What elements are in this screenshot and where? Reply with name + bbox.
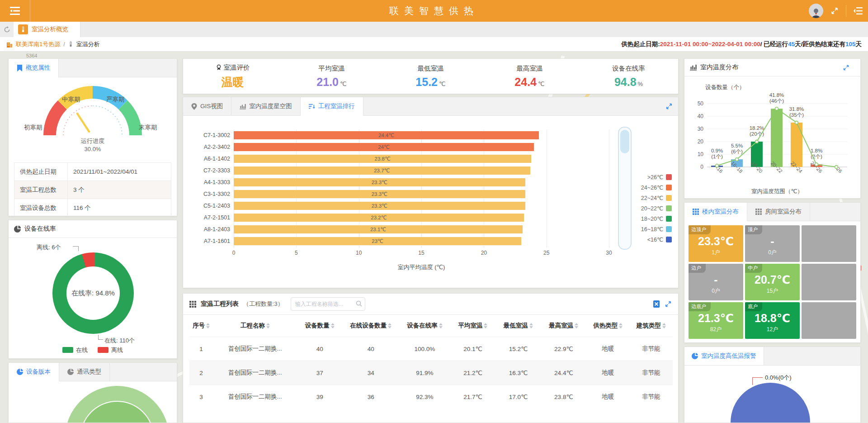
sort-caret-icon[interactable] xyxy=(484,323,487,328)
project-search-input[interactable] xyxy=(291,297,365,311)
alarm-pie-chart xyxy=(731,383,810,423)
sort-caret-icon[interactable] xyxy=(331,323,335,328)
axis-tick: 20 xyxy=(481,250,487,256)
tab-room-temp-overview[interactable]: 室温分析概览 xyxy=(14,22,80,37)
tab-label: 房间室温分布 xyxy=(765,208,802,216)
axis-tick: 5 xyxy=(295,250,298,256)
temp-bar: 23.3℃ xyxy=(234,190,525,198)
legend-label: 18~20℃ xyxy=(641,215,663,222)
column-header-最高室温[interactable]: 最高室温 xyxy=(541,315,586,337)
cell-count: 15户 xyxy=(767,287,778,295)
column-header-工程名称[interactable]: 工程名称 xyxy=(213,315,297,337)
tab-label: 设备版本 xyxy=(26,368,51,376)
project-name-link[interactable]: 首创国际一二期换... xyxy=(213,337,297,361)
sort-caret-icon[interactable] xyxy=(388,323,392,328)
bar-row: 23.2℃ xyxy=(234,212,609,223)
stat-平均室温: 平均室温21.0℃ xyxy=(282,64,381,89)
project-name-link[interactable]: 首创国际一二期换... xyxy=(213,361,297,385)
project-name-link[interactable]: 首创国际一二期换... xyxy=(213,385,297,409)
panel-toggle-icon[interactable] xyxy=(854,7,863,14)
page-tabstrip: 室温分析概览 xyxy=(0,22,868,38)
breadcrumb-source-link[interactable]: 联美浑南1号热源 xyxy=(16,40,60,48)
column-header-序号[interactable]: 序号 xyxy=(189,315,213,337)
legend-label: 24~26℃ xyxy=(641,184,663,191)
tab-temp-alarm[interactable]: 室内温度高低温报警 xyxy=(684,347,764,365)
tab-overview-props[interactable]: 概览属性 xyxy=(9,59,59,77)
tab-building-distribution[interactable]: 楼内室温分布 xyxy=(684,203,747,221)
tab-label: 室温分析概览 xyxy=(32,25,68,33)
refresh-icon xyxy=(4,26,10,33)
axis-tick: 0 xyxy=(232,250,236,256)
y-axis-label: 设备数量（个） xyxy=(705,84,745,90)
column-header-建筑类型[interactable]: 建筑类型 xyxy=(630,315,673,337)
svg-text:20: 20 xyxy=(698,138,704,145)
expand-icon[interactable] xyxy=(665,300,672,308)
table-cell: 100.0% xyxy=(399,337,450,361)
tab-GIS视图[interactable]: GIS视图 xyxy=(183,97,231,115)
column-header-在线设备数量[interactable]: 在线设备数量 xyxy=(343,315,400,337)
sort-caret-icon[interactable] xyxy=(439,323,443,328)
cell-temperature: 20.7℃ xyxy=(755,273,790,286)
overview-info-row: 室温工程总数3 个 xyxy=(14,181,171,199)
svg-text:(35个): (35个) xyxy=(789,112,804,118)
table-cell: 非节能 xyxy=(630,385,673,409)
excel-export-icon[interactable] xyxy=(653,300,660,308)
thermometer-small-icon xyxy=(68,41,73,47)
tab-工程室温排行[interactable]: 工程室温排行 xyxy=(301,97,363,116)
cell-count: 12户 xyxy=(767,326,778,333)
legend-label: 20~22℃ xyxy=(641,205,663,212)
tab-室内温度星空图[interactable]: 室内温度星空图 xyxy=(231,97,301,115)
info-value: 116 个 xyxy=(68,204,91,212)
cell-temperature: 21.3℃ xyxy=(698,312,734,325)
column-header-设备数量[interactable]: 设备数量 xyxy=(297,315,342,337)
tab-room-distribution[interactable]: 房间室温分布 xyxy=(747,203,810,221)
breadcrumb-current: 室温分析 xyxy=(76,40,100,48)
temp-bar: 23.2℃ xyxy=(234,214,524,222)
axis-tick: 15 xyxy=(418,250,424,256)
table-cell: 17.0℃ xyxy=(495,385,541,409)
pie-chart-icon xyxy=(14,226,21,233)
pie-chart-icon xyxy=(67,369,74,375)
gauge-label: 初寒期 xyxy=(24,124,42,132)
search-icon[interactable] xyxy=(356,300,362,307)
sort-caret-icon[interactable] xyxy=(575,323,578,328)
bar-row: 23.3℃ xyxy=(234,176,609,188)
bar-row: 23.1℃ xyxy=(234,223,609,235)
tab-comm-type[interactable]: 通讯类型 xyxy=(59,363,110,381)
stat-unit: ℃ xyxy=(538,81,545,87)
legend-item: 20~22℃ xyxy=(641,205,672,212)
season-gauge: 初寒期 中寒期 严寒期 末寒期 运行进度 30.0% xyxy=(9,81,177,159)
expand-button[interactable] xyxy=(665,97,673,115)
sort-caret-icon[interactable] xyxy=(662,323,666,328)
device-version-panel: 设备版本 通讯类型 xyxy=(8,362,177,423)
column-header-最低室温[interactable]: 最低室温 xyxy=(495,315,541,337)
sort-caret-icon[interactable] xyxy=(619,323,623,328)
online-callout: 在线: 110个 xyxy=(104,337,135,345)
axis-tick: 10 xyxy=(356,250,362,256)
bookmark-icon xyxy=(17,65,23,71)
user-avatar[interactable] xyxy=(809,4,823,18)
table-cell: 23.8℃ xyxy=(541,385,586,409)
heating-period-info: 供热起止日期:2021-11-01 00:00~2022-04-01 00:00… xyxy=(621,40,862,48)
table-count: （工程数量:3） xyxy=(243,300,283,308)
column-header-供热类型[interactable]: 供热类型 xyxy=(586,315,629,337)
pie-chart-icon xyxy=(17,369,23,375)
stat-label: 平均室温 xyxy=(282,64,381,73)
column-header-设备在线率[interactable]: 设备在线率 xyxy=(399,315,450,337)
alarm-callout: 0.0%(0个) xyxy=(765,374,792,382)
fullscreen-icon[interactable] xyxy=(830,7,839,15)
stat-室温评价: 室温评价温暖 xyxy=(183,63,282,90)
refresh-button[interactable] xyxy=(0,22,14,37)
table-cell: 地暖 xyxy=(586,337,629,361)
sort-caret-icon[interactable] xyxy=(266,323,270,328)
legend-item: 24~26℃ xyxy=(641,184,672,191)
stat-label: 室温评价 xyxy=(183,63,282,72)
app-title: 联美智慧供热 xyxy=(0,5,868,17)
sort-caret-icon[interactable] xyxy=(529,323,533,328)
column-header-平均室温[interactable]: 平均室温 xyxy=(450,315,495,337)
expand-button[interactable] xyxy=(843,64,849,71)
stat-value: 温暖 xyxy=(183,75,282,90)
tab-device-version[interactable]: 设备版本 xyxy=(9,363,59,381)
table-row: 3首创国际一二期换...393692.3%21.7℃17.0℃23.8℃地暖非节… xyxy=(189,385,673,409)
sort-caret-icon[interactable] xyxy=(206,323,210,328)
